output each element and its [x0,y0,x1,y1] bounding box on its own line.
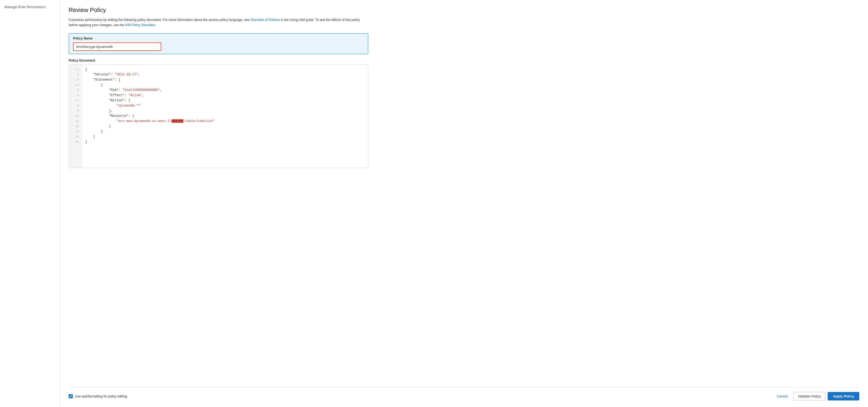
autoformat-text: Use autoformatting for policy editing [75,395,127,398]
code-line-5: "Sid": "Stmt1498896886000", [85,88,365,93]
code-line-6: "Effect": "Allow", [85,93,365,98]
line-num-1: ▾1 [70,67,80,72]
sidebar: Manage Role Permissions [0,0,60,407]
page-title: Review Policy [69,6,859,13]
line-num-12: 12 [70,124,80,129]
line-num-4: ▾4 [70,83,80,88]
line-num-6: 6 [70,93,80,98]
code-line-9: ], [85,108,365,114]
apply-policy-button[interactable]: Apply Policy [828,392,859,401]
code-line-7: "Action": [ [85,98,365,103]
code-content[interactable]: { "Version": "2012-10-17", "Statement": … [82,65,368,168]
footer-buttons: Cancel Validate Policy Apply Policy [773,392,859,401]
code-line-12: ] [85,124,365,129]
policy-document-section: Policy Document ▾1 2 ▾3 ▾4 5 6 ▾7 8 9 ▾1… [69,59,368,168]
iam-policy-simulator-link[interactable]: IAM Policy Simulator [125,23,155,27]
policy-name-input-wrapper [73,42,161,51]
line-numbers: ▾1 2 ▾3 ▾4 5 6 ▾7 8 9 ▾10 11 12 13 14 15 [69,65,82,168]
line-num-2: 2 [70,72,80,77]
line-num-3: ▾3 [70,77,80,83]
code-line-4: { [85,83,365,88]
code-line-8: "dynamodb:*" [85,103,365,108]
code-line-10: "Resource": [ [85,114,365,119]
code-line-1: { [85,67,365,72]
code-line-2: "Version": "2012-10-17", [85,72,365,77]
line-num-11: 11 [70,119,80,124]
policy-name-input[interactable] [73,43,161,51]
autoformat-label[interactable]: Use autoformatting for policy editing [69,394,127,398]
line-num-10: ▾10 [70,114,80,119]
desc-text-2: in the [280,18,289,22]
code-line-13: } [85,129,365,134]
line-num-14: 14 [70,134,80,139]
line-num-13: 13 [70,129,80,134]
code-line-15: } [85,139,365,145]
cancel-button[interactable]: Cancel [773,393,791,400]
line-num-8: 8 [70,103,80,108]
footer-bar: Use autoformatting for policy editing Ca… [69,387,859,401]
code-editor[interactable]: ▾1 2 ▾3 ▾4 5 6 ▾7 8 9 ▾10 11 12 13 14 15… [69,65,368,168]
code-line-11: "arn:aws:dynamodb:us-west-2:██████:table… [85,119,365,124]
policy-name-label: Policy Name [73,36,364,40]
desc-italic: Using IAM [289,18,305,22]
policy-document-label: Policy Document [69,59,368,62]
overview-policies-link[interactable]: Overview of Policies [250,18,280,22]
autoformat-checkbox[interactable] [69,394,73,398]
line-num-7: ▾7 [70,98,80,103]
validate-policy-button[interactable]: Validate Policy [793,392,826,401]
line-num-9: 9 [70,108,80,114]
desc-text-1: Customize permissions by editing the fol… [69,18,250,22]
code-line-3: "Statement": [ [85,77,365,83]
main-content: Review Policy Customize permissions by e… [60,0,868,407]
code-line-14: ] [85,134,365,139]
policy-name-section: Policy Name [69,33,368,54]
sidebar-title: Manage Role Permissions [4,5,46,9]
page-description: Customize permissions by editing the fol… [69,18,368,28]
line-num-15: 15 [70,139,80,145]
line-num-5: 5 [70,88,80,93]
desc-text-4: . [155,23,156,27]
